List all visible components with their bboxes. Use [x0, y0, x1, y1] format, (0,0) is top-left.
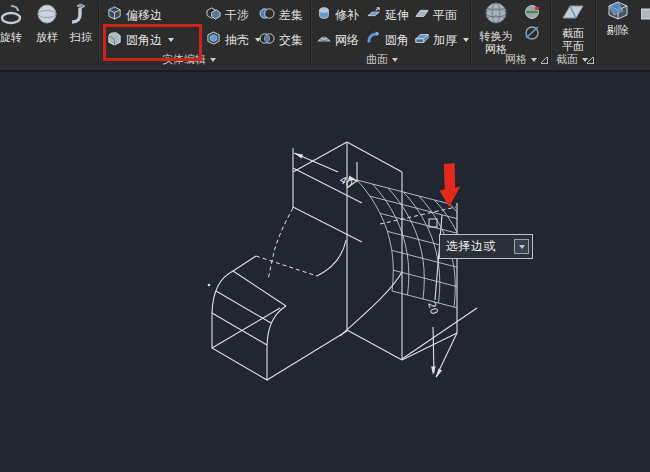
- subtract-icon: [259, 6, 275, 24]
- cull-icon: [607, 1, 629, 24]
- mesh-smooth-more-icon[interactable]: [524, 4, 541, 25]
- dimension-text: 20: [426, 301, 440, 316]
- interference-icon: [206, 6, 221, 24]
- model-edge: [212, 271, 233, 313]
- model-hidden-edge: [256, 256, 317, 276]
- offset-edge-button[interactable]: 偏移边: [107, 6, 162, 24]
- fillet-preview-mesh-line: [404, 192, 440, 303]
- convert-to-mesh-button[interactable]: 转换为 网格: [472, 1, 520, 56]
- subtract-button[interactable]: 差集: [259, 6, 303, 24]
- prompt-text: 选择边或: [440, 238, 496, 255]
- shell-button[interactable]: 抽壳: [206, 31, 261, 49]
- panel-dropdown-arrow: [531, 58, 537, 62]
- sweep-label: 扫掠: [70, 31, 92, 44]
- convert-to-mesh-icon: [483, 1, 510, 30]
- surface-patch-label: 修补: [335, 8, 359, 22]
- surface-network-label: 网络: [335, 33, 359, 47]
- model-edge: [402, 333, 457, 360]
- surface-thicken-button[interactable]: 加厚: [415, 31, 469, 48]
- section-panel-expander-icon[interactable]: [587, 57, 594, 64]
- surface-patch-icon: [317, 6, 331, 23]
- revolve-button[interactable]: 旋转: [0, 2, 28, 44]
- panel-separator: [550, 2, 551, 66]
- model-edge: [317, 240, 346, 276]
- loft-button[interactable]: 放样: [30, 2, 64, 44]
- model-edge: [233, 256, 256, 271]
- surface-fillet-button[interactable]: 圆角: [367, 31, 409, 48]
- shell-label: 抽壳: [225, 33, 249, 47]
- model-hidden-edge: [268, 208, 293, 280]
- sweep-button[interactable]: 扫掠: [64, 2, 98, 44]
- cull-button[interactable]: 剔除: [599, 1, 637, 37]
- model-edge: [293, 168, 362, 203]
- surface-fillet-label: 圆角: [385, 33, 409, 47]
- section-panel-label[interactable]: 截面: [556, 54, 588, 66]
- fillet-preview-mesh-line: [357, 180, 450, 204]
- offset-edge-icon: [107, 6, 122, 24]
- keyboard-down-arrow-icon[interactable]: [514, 239, 529, 254]
- pickbox-cursor: [429, 219, 437, 227]
- convert-to-mesh-label-line1: 转换为: [480, 30, 513, 43]
- intersect-button[interactable]: 交集: [259, 31, 303, 49]
- surface-planar-button[interactable]: 平面: [415, 6, 457, 23]
- panel-dropdown-arrow: [210, 58, 216, 62]
- surface-thicken-icon: [415, 31, 429, 48]
- section-plane-label-line1: 截面: [562, 27, 584, 40]
- mesh-panel-label[interactable]: 网格: [505, 54, 537, 66]
- model-edge: [233, 271, 286, 306]
- cull-label: 剔除: [607, 24, 629, 37]
- model-edge: [433, 327, 434, 373]
- surface-fillet-icon: [367, 31, 381, 48]
- section-plane-icon: [561, 0, 585, 27]
- panel-separator: [595, 2, 596, 66]
- model-edge: [212, 313, 267, 345]
- surface-panel-label[interactable]: 曲面: [366, 54, 398, 66]
- model-edge: [293, 207, 362, 242]
- section-plane-label-line2: 平面: [562, 40, 584, 53]
- model-edge: [267, 306, 286, 345]
- offset-edge-label: 偏移边: [126, 8, 162, 22]
- dim-arrowhead: [294, 153, 303, 159]
- fillet-preview-mesh-line: [393, 270, 457, 287]
- highlight-box: [103, 24, 202, 61]
- loft-label: 放样: [36, 31, 58, 44]
- fillet-preview-mesh-line: [370, 196, 457, 219]
- panel-separator: [98, 2, 99, 66]
- interference-button[interactable]: 干涉: [206, 6, 249, 24]
- surface-planar-label: 平面: [433, 8, 457, 22]
- fillet-preview-mesh-line: [380, 213, 457, 233]
- dim-arrowhead: [436, 369, 442, 379]
- panel-separator: [470, 2, 471, 66]
- surface-extend-label: 延伸: [385, 8, 409, 22]
- mesh-refine-icon[interactable]: [524, 24, 541, 45]
- section-plane-button[interactable]: 截面 平面: [552, 0, 594, 53]
- panel-dropdown-arrow: [392, 58, 398, 62]
- model-edge: [347, 330, 402, 360]
- surface-network-button[interactable]: 网络: [317, 31, 359, 48]
- model-edge: [347, 142, 402, 172]
- surface-planar-icon: [415, 6, 429, 23]
- model-edge: [402, 308, 477, 359]
- sweep-icon: [68, 2, 94, 31]
- fillet-preview-mesh-line: [357, 180, 393, 291]
- selection-red-arrow: [440, 163, 461, 207]
- shell-icon: [206, 31, 221, 49]
- clipped-toolbar-icon: [641, 6, 650, 26]
- dynamic-input-tooltip: 选择边或: [439, 234, 533, 259]
- surface-thicken-label: 加厚: [433, 33, 457, 47]
- panel-separator: [310, 2, 311, 66]
- loft-icon: [34, 2, 60, 31]
- subtract-label: 差集: [279, 8, 303, 22]
- revolve-label: 旋转: [0, 31, 22, 44]
- model-edge: [267, 331, 347, 380]
- interference-label: 干涉: [225, 8, 249, 22]
- ribbon: 旋转 放样 扫掠 偏移边 圆角边 干涉 抽壳: [0, 0, 650, 72]
- surface-extend-button[interactable]: 延伸: [367, 6, 409, 23]
- dimension-text: 40: [338, 174, 354, 190]
- surface-patch-button[interactable]: 修补: [317, 6, 359, 23]
- intersect-icon: [259, 31, 275, 49]
- blip-dot: [208, 284, 211, 287]
- revolve-icon: [0, 2, 24, 31]
- mesh-panel-expander-icon[interactable]: [541, 57, 548, 64]
- thicken-dropdown-arrow[interactable]: [463, 38, 469, 42]
